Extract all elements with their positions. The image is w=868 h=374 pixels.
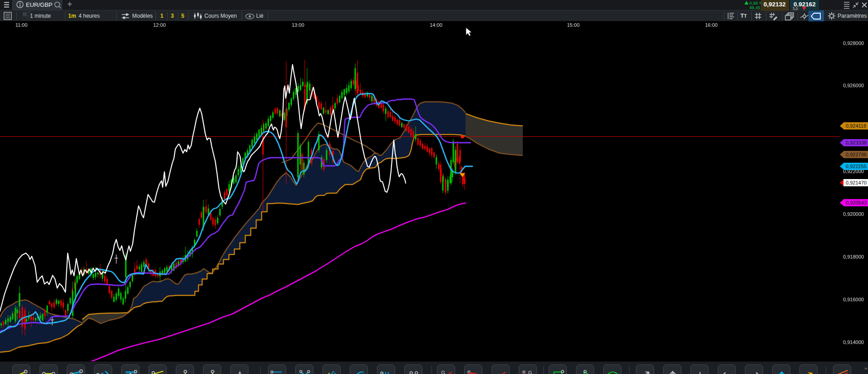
svg-text:16:00: 16:00 [705, 22, 718, 28]
svg-text:0,928000: 0,928000 [843, 40, 864, 46]
svg-text:0,920543: 0,920543 [846, 200, 867, 205]
svg-text:0,924118: 0,924118 [846, 123, 866, 129]
svg-text:G: G [441, 370, 445, 374]
svg-text:15:00: 15:00 [567, 22, 580, 28]
svg-text:14:00: 14:00 [430, 22, 442, 28]
svg-text:0,926000: 0,926000 [843, 83, 864, 88]
svg-text:12:00: 12:00 [153, 22, 166, 28]
svg-text:G: G [528, 370, 532, 374]
svg-text:0,916000: 0,916000 [843, 297, 864, 302]
svg-text:11:00: 11:00 [15, 22, 28, 28]
svg-text:13:00: 13:00 [292, 22, 304, 28]
svg-text:0,921470: 0,921470 [846, 180, 867, 185]
svg-text:0,920000: 0,920000 [843, 211, 864, 217]
svg-text:1: 1 [19, 2, 21, 7]
svg-text:0,922255: 0,922255 [846, 164, 867, 169]
svg-text:0,923338: 0,923338 [846, 140, 867, 145]
svg-text:0,918000: 0,918000 [843, 254, 864, 259]
svg-text:0,914000: 0,914000 [843, 339, 864, 345]
svg-text:0,922796: 0,922796 [846, 152, 867, 157]
